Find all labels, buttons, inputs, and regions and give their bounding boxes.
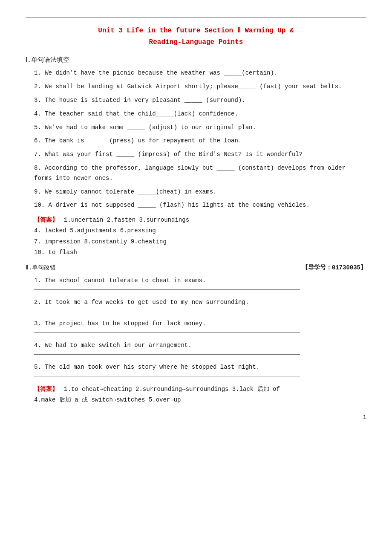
question-item: 4. The teacher said that the child_____(…	[34, 109, 366, 119]
section-ii-heading: Ⅱ.单句改错	[26, 264, 56, 272]
correction-item: 1. The school cannot tolerate to cheat i…	[34, 276, 366, 290]
correction-item: 4. We had to make switch in our arrangem…	[34, 341, 366, 355]
section-i-heading: Ⅰ.单句语法填空	[26, 56, 366, 64]
question-item: 1. We didn't have the picnic because the…	[34, 68, 366, 78]
correction-underline	[34, 354, 300, 355]
correction-item: 5. The old man took over his story where…	[34, 362, 366, 376]
correction-underline	[34, 289, 300, 290]
answers-label-i: 【答案】	[34, 217, 64, 223]
top-divider	[26, 17, 366, 17]
title-line2: Reading-Language Points	[26, 37, 366, 48]
section-ii-questions: 1. The school cannot tolerate to cheat i…	[34, 276, 366, 376]
section-ii-header: Ⅱ.单句改错 【导学号：01730035】	[26, 264, 366, 272]
correction-underline	[34, 311, 300, 311]
correction-underline	[34, 376, 300, 376]
guide-number: 【导学号：01730035】	[302, 264, 366, 272]
question-item: 9. We simply cannot tolerate _____(cheat…	[34, 187, 366, 197]
section-i-answers: 【答案】 1.uncertain 2.fasten 3.surroundings…	[34, 215, 366, 258]
correction-item: 3. The project has to be stopped for lac…	[34, 319, 366, 333]
page-title: Unit 3 Life in the future Section Ⅱ Warm…	[26, 25, 366, 48]
question-item: 10. A driver is not supposed _____ (flas…	[34, 200, 366, 211]
correction-underline	[34, 332, 300, 333]
question-item: 7. What was your first _____ (impress) o…	[34, 150, 366, 160]
section-ii-answers: 【答案】 1.to cheat→cheating 2.surrounding→s…	[34, 384, 366, 405]
question-item: 2. We shall be landing at Gatwick Airpor…	[34, 82, 366, 92]
answers-label-ii: 【答案】	[34, 386, 64, 393]
correction-item: 2. It took me a few weeks to get used to…	[34, 298, 366, 312]
question-item: 8. According to the professor, language …	[34, 163, 366, 184]
page-number: 1	[26, 414, 366, 421]
section-i-questions: 1. We didn't have the picnic because the…	[34, 68, 366, 211]
question-item: 6. The bank is _____ (press) us for repa…	[34, 136, 366, 146]
question-item: 3. The house is situated in very pleasan…	[34, 95, 366, 106]
title-line1: Unit 3 Life in the future Section Ⅱ Warm…	[26, 25, 366, 37]
question-item: 5. We've had to make some _____ (adjust)…	[34, 123, 366, 133]
